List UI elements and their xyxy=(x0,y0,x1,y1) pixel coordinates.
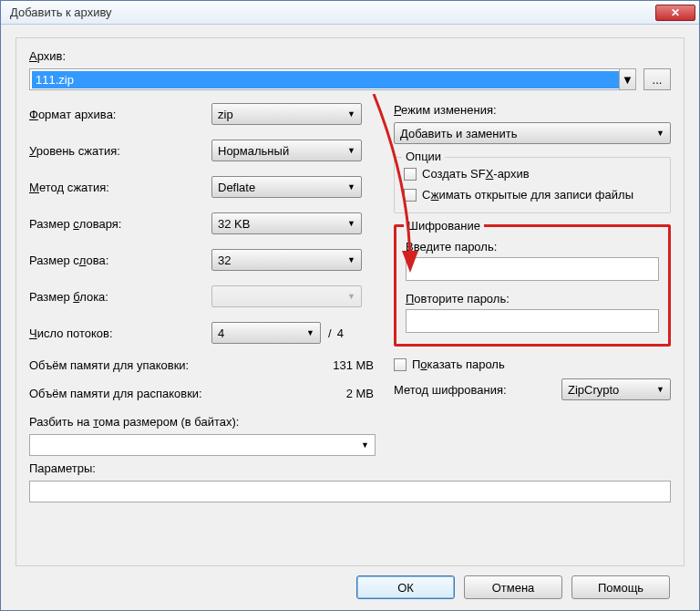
unpackmem-value: 2 MB xyxy=(346,387,376,400)
block-label: Размер блока: xyxy=(29,290,211,304)
format-label: Формат архива: xyxy=(29,108,211,121)
sfx-checkbox[interactable] xyxy=(404,168,417,181)
dict-label: Размер словаря: xyxy=(29,217,211,231)
browse-button[interactable]: ... xyxy=(643,68,671,90)
content-area: Архив: ... Формат архива: zip Уровень сж… xyxy=(1,25,699,610)
method-combobox[interactable]: Deflate xyxy=(211,176,362,198)
level-label: Уровень сжатия: xyxy=(29,144,211,158)
word-combobox[interactable]: 32 xyxy=(211,249,362,271)
pw2-label: Повторите пароль: xyxy=(406,292,659,306)
block-combobox[interactable] xyxy=(211,285,362,307)
openfiles-checkbox[interactable] xyxy=(404,189,417,202)
params-input[interactable] xyxy=(29,481,671,502)
packmem-label: Объём памяти для упаковки: xyxy=(29,358,333,372)
options-group: Опции Создать SFX-архив Сжимать открытые… xyxy=(394,157,671,213)
enc-method-combobox[interactable]: ZipCrypto xyxy=(561,378,671,400)
window-title: Добавить к архиву xyxy=(10,5,655,19)
show-password-checkbox[interactable] xyxy=(394,358,407,371)
split-combobox[interactable] xyxy=(29,434,376,456)
openfiles-label: Сжимать открытые для записи файлы xyxy=(422,188,633,202)
sfx-label: Создать SFX-архив xyxy=(422,167,530,181)
method-label: Метод сжатия: xyxy=(29,181,211,194)
dict-combobox[interactable]: 32 KB xyxy=(211,212,362,234)
archive-dropdown-toggle[interactable] xyxy=(619,69,635,89)
format-combobox[interactable]: zip xyxy=(211,103,362,125)
threads-label: Число потоков: xyxy=(29,326,211,340)
threads-combobox[interactable]: 4 xyxy=(211,322,321,344)
help-button[interactable]: Помощь xyxy=(571,575,670,599)
enc-method-label: Метод шифрования: xyxy=(394,383,561,397)
encryption-title: Шифрование xyxy=(404,219,484,233)
ok-button[interactable]: ОК xyxy=(356,575,455,599)
split-label: Разбить на тома размером (в байтах): xyxy=(29,415,376,429)
pw1-label: Введите пароль: xyxy=(406,240,659,254)
threads-sep: / xyxy=(328,326,332,340)
cancel-button[interactable]: Отмена xyxy=(464,575,562,599)
options-title: Опции xyxy=(402,150,445,163)
dialog-window: Добавить к архиву ✕ Архив: ... Формат ар… xyxy=(0,0,700,611)
password-confirm-input[interactable] xyxy=(406,309,659,333)
footer: ОК Отмена Помощь xyxy=(15,566,685,606)
update-combobox[interactable]: Добавить и заменить xyxy=(394,122,671,144)
packmem-value: 131 MB xyxy=(333,358,376,372)
close-button[interactable]: ✕ xyxy=(655,5,695,21)
unpackmem-label: Объём памяти для распаковки: xyxy=(29,387,346,400)
threads-max: 4 xyxy=(337,326,344,340)
main-panel: Архив: ... Формат архива: zip Уровень сж… xyxy=(15,37,685,566)
params-label: Параметры: xyxy=(29,461,671,475)
encryption-group: Шифрование Введите пароль: Повторите пар… xyxy=(394,224,671,347)
word-label: Размер слова: xyxy=(29,254,211,267)
password-input[interactable] xyxy=(406,257,659,281)
level-combobox[interactable]: Нормальный xyxy=(211,140,362,161)
archive-input[interactable] xyxy=(32,71,619,88)
show-password-label: Показать пароль xyxy=(412,357,505,371)
archive-combobox[interactable] xyxy=(29,68,636,90)
archive-label: Архив: xyxy=(29,49,671,63)
titlebar[interactable]: Добавить к архиву ✕ xyxy=(1,1,699,25)
update-label: Режим изменения: xyxy=(394,103,671,117)
